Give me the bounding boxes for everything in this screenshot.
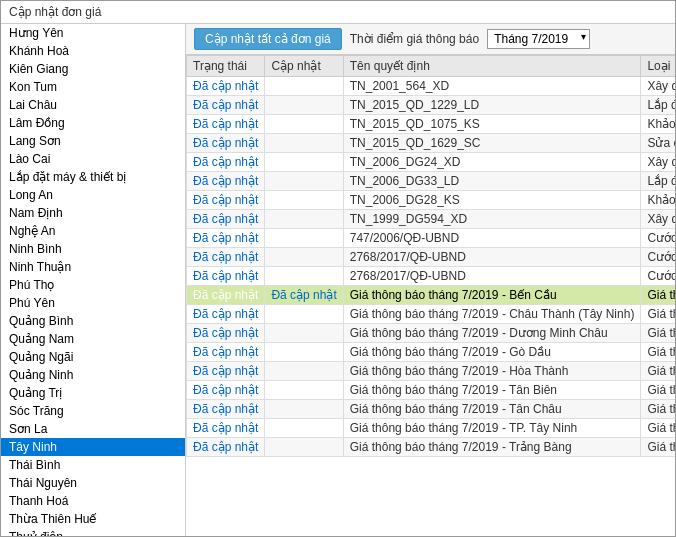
- cell-capnhat: [265, 229, 343, 248]
- cell-ten: Giá thông báo tháng 7/2019 - Bến Cầu: [343, 286, 641, 305]
- cell-status: Đã cập nhật: [187, 343, 265, 362]
- table-row[interactable]: Đã cập nhậtĐã cập nhậtGiá thông báo thán…: [187, 286, 676, 305]
- table-row[interactable]: Đã cập nhậtTN_2015_QD_1075_KSKhảo sát: [187, 115, 676, 134]
- sidebar-item[interactable]: Quảng Bình: [1, 312, 185, 330]
- sidebar-item[interactable]: Lai Châu: [1, 96, 185, 114]
- sidebar-item[interactable]: Phú Yên: [1, 294, 185, 312]
- cell-capnhat: [265, 96, 343, 115]
- cell-capnhat: [265, 324, 343, 343]
- period-wrapper: Tháng 7/2019: [487, 29, 590, 49]
- cell-ten: TN_2015_QD_1629_SC: [343, 134, 641, 153]
- update-all-button[interactable]: Cập nhật tất cả đơn giá: [194, 28, 342, 50]
- sidebar-item[interactable]: Sóc Trăng: [1, 402, 185, 420]
- table-row[interactable]: Đã cập nhậtGiá thông báo tháng 7/2019 - …: [187, 381, 676, 400]
- sidebar-item[interactable]: Ninh Bình: [1, 240, 185, 258]
- sidebar-item[interactable]: Lắp đặt máy & thiết bị: [1, 168, 185, 186]
- table-row[interactable]: Đã cập nhậtTN_1999_DG594_XDXây dựng: [187, 210, 676, 229]
- cell-status: Đã cập nhật: [187, 210, 265, 229]
- cell-loai: Giá thông báo: [641, 324, 675, 343]
- sidebar-item[interactable]: Quảng Ninh: [1, 366, 185, 384]
- cell-capnhat: [265, 419, 343, 438]
- table-row[interactable]: Đã cập nhật747/2006/QĐ-UBNDCước ô tô: [187, 229, 676, 248]
- table-row[interactable]: Đã cập nhậtGiá thông báo tháng 7/2019 - …: [187, 343, 676, 362]
- sidebar-item[interactable]: Thái Bình: [1, 456, 185, 474]
- cell-status: Đã cập nhật: [187, 134, 265, 153]
- table-row[interactable]: Đã cập nhậtGiá thông báo tháng 7/2019 - …: [187, 305, 676, 324]
- sidebar-item[interactable]: Nam Định: [1, 204, 185, 222]
- cell-capnhat: [265, 248, 343, 267]
- table-row[interactable]: Đã cập nhật2768/2017/QĐ-UBNDCước sông: [187, 267, 676, 286]
- header-status: Trạng thái: [187, 56, 265, 77]
- table-row[interactable]: Đã cập nhậtTN_2015_QD_1229_LDLắp đặt: [187, 96, 676, 115]
- cell-status: Đã cập nhật: [187, 248, 265, 267]
- cell-ten: TN_2006_DG28_KS: [343, 191, 641, 210]
- cell-capnhat: [265, 134, 343, 153]
- sidebar-item[interactable]: Tây Ninh: [1, 438, 185, 456]
- cell-status: Đã cập nhật: [187, 77, 265, 96]
- table-row[interactable]: Đã cập nhậtGiá thông báo tháng 7/2019 - …: [187, 400, 676, 419]
- cell-loai: Cước ô tô: [641, 229, 675, 248]
- sidebar-item[interactable]: Quảng Nam: [1, 330, 185, 348]
- sidebar-item[interactable]: Kon Tum: [1, 78, 185, 96]
- table-row[interactable]: Đã cập nhậtGiá thông báo tháng 7/2019 - …: [187, 362, 676, 381]
- sidebar-item[interactable]: Lâm Đồng: [1, 114, 185, 132]
- cell-loai: Khảo sát: [641, 115, 675, 134]
- cell-capnhat: [265, 400, 343, 419]
- table-row[interactable]: Đã cập nhậtGiá thông báo tháng 7/2019 - …: [187, 324, 676, 343]
- sidebar-item[interactable]: Thừa Thiên Huế: [1, 510, 185, 528]
- cell-loai: Cước ô tô: [641, 248, 675, 267]
- table-row[interactable]: Đã cập nhậtTN_2001_564_XDXây dựng: [187, 77, 676, 96]
- cell-loai: Giá thông báo: [641, 305, 675, 324]
- table-row[interactable]: Đã cập nhật2768/2017/QĐ-UBNDCước ô tô: [187, 248, 676, 267]
- cell-capnhat: [265, 210, 343, 229]
- sidebar-item[interactable]: Nghệ An: [1, 222, 185, 240]
- table-row[interactable]: Đã cập nhậtTN_2006_DG33_LDLắp đặt: [187, 172, 676, 191]
- sidebar-item[interactable]: Ninh Thuận: [1, 258, 185, 276]
- cell-status: Đã cập nhật: [187, 419, 265, 438]
- table-row[interactable]: Đã cập nhậtGiá thông báo tháng 7/2019 - …: [187, 438, 676, 457]
- sidebar-item[interactable]: Thái Nguyên: [1, 474, 185, 492]
- cell-loai: Giá thông báo: [641, 343, 675, 362]
- cell-loai: Cước sông: [641, 267, 675, 286]
- cell-status: Đã cập nhật: [187, 362, 265, 381]
- cell-ten: Giá thông báo tháng 7/2019 - Tân Châu: [343, 400, 641, 419]
- cell-loai: Giá thông báo: [641, 419, 675, 438]
- cell-loai: Sửa chữa: [641, 134, 675, 153]
- cell-ten: Giá thông báo tháng 7/2019 - Gò Dầu: [343, 343, 641, 362]
- sidebar-item[interactable]: Hưng Yên: [1, 24, 185, 42]
- cell-status: Đã cập nhật: [187, 115, 265, 134]
- sidebar-item[interactable]: Sơn La: [1, 420, 185, 438]
- sidebar-item[interactable]: Phú Thọ: [1, 276, 185, 294]
- cell-status: Đã cập nhật: [187, 153, 265, 172]
- header-ten: Tên quyết định: [343, 56, 641, 77]
- table-row[interactable]: Đã cập nhậtTN_2006_DG28_KSKhảo sát: [187, 191, 676, 210]
- main-window: Cập nhật đơn giá Hưng YênKhánh HoàKiên G…: [0, 0, 676, 537]
- sidebar-item[interactable]: Kiên Giang: [1, 60, 185, 78]
- cell-capnhat: [265, 362, 343, 381]
- period-dropdown[interactable]: Tháng 7/2019: [487, 29, 590, 49]
- sidebar-item[interactable]: Lang Sơn: [1, 132, 185, 150]
- cell-ten: Giá thông báo tháng 7/2019 - Châu Thành …: [343, 305, 641, 324]
- table-row[interactable]: Đã cập nhậtGiá thông báo tháng 7/2019 - …: [187, 419, 676, 438]
- sidebar-item[interactable]: Long An: [1, 186, 185, 204]
- cell-status: Đã cập nhật: [187, 267, 265, 286]
- sidebar-item[interactable]: Thuỷ điện: [1, 528, 185, 536]
- main-area: Cập nhật tất cả đơn giá Thời điểm giá th…: [186, 24, 675, 536]
- cell-loai: Giá thông báo: [641, 381, 675, 400]
- cell-capnhat: Đã cập nhật: [265, 286, 343, 305]
- sidebar-item[interactable]: Khánh Hoà: [1, 42, 185, 60]
- cell-ten: Giá thông báo tháng 7/2019 - Hòa Thành: [343, 362, 641, 381]
- cell-loai: Giá thông báo: [641, 400, 675, 419]
- sidebar-item[interactable]: Lào Cai: [1, 150, 185, 168]
- sidebar-item[interactable]: Thanh Hoá: [1, 492, 185, 510]
- cell-status: Đã cập nhật: [187, 172, 265, 191]
- cell-status: Đã cập nhật: [187, 305, 265, 324]
- header-capnhat: Cập nhật: [265, 56, 343, 77]
- sidebar-item[interactable]: Quảng Trị: [1, 384, 185, 402]
- table-row[interactable]: Đã cập nhậtTN_2015_QD_1629_SCSửa chữa: [187, 134, 676, 153]
- table-row[interactable]: Đã cập nhậtTN_2006_DG24_XDXây dựng: [187, 153, 676, 172]
- sidebar-item[interactable]: Quảng Ngãi: [1, 348, 185, 366]
- cell-loai: Xây dựng: [641, 153, 675, 172]
- cell-capnhat: [265, 191, 343, 210]
- window-title: Cập nhật đơn giá: [9, 5, 101, 19]
